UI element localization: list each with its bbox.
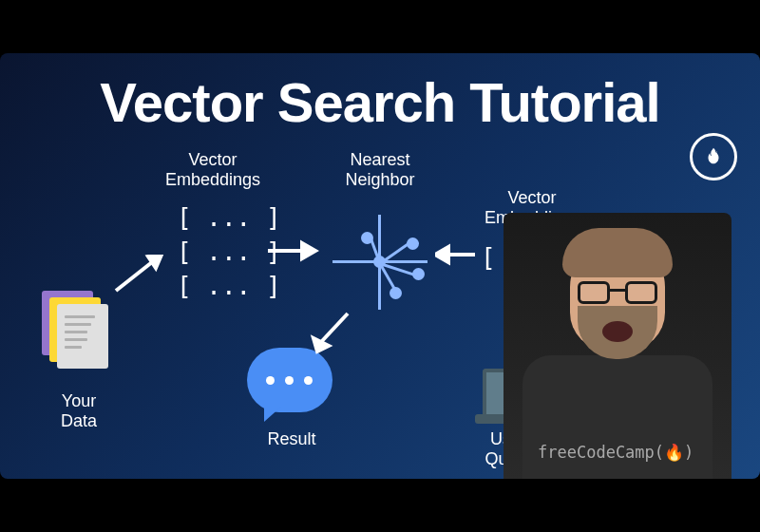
embedding-left-3: [ ... ] [177,272,281,300]
arrow-nn-to-result [310,310,357,355]
svg-line-8 [321,314,348,342]
svg-line-0 [116,262,152,291]
svg-marker-3 [302,243,315,258]
documents-icon [42,291,118,376]
embedding-left-1: [ ... ] [177,203,281,232]
arrow-docs-to-embeddings [110,255,167,296]
label-nearest-neighbor: NearestNeighbor [323,150,437,189]
svg-marker-9 [314,338,329,352]
label-vector-embeddings-left: VectorEmbeddings [156,150,270,189]
label-result: Result [258,429,325,449]
nearest-neighbor-icon [332,215,428,310]
thumbnail-frame: Vector Search Tutorial VectorEmbeddings … [0,53,760,479]
shirt-text: freeCodeCamp(🔥) [538,443,694,462]
presenter-photo: freeCodeCamp(🔥) [504,213,732,479]
page-title: Vector Search Tutorial [0,70,760,134]
freecodecamp-logo-icon [690,133,737,180]
svg-marker-5 [435,247,448,262]
label-your-data: YourData [46,391,112,430]
chat-bubble-icon [247,348,336,420]
arrow-embeddings-to-nn [264,239,319,262]
arrow-right-embeddings-to-nn [435,243,479,266]
